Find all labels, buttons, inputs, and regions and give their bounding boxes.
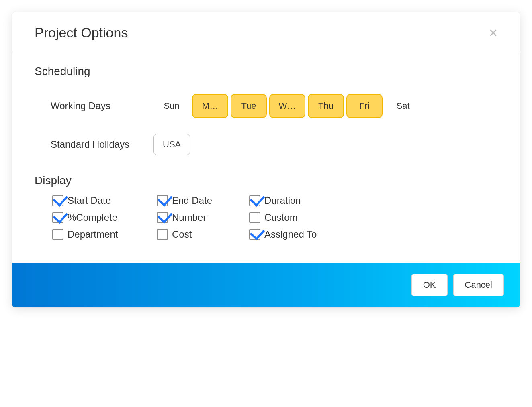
display-option-complete[interactable]: %Complete (52, 212, 157, 223)
checkbox-end-date[interactable] (157, 195, 168, 206)
checkbox-number[interactable] (157, 212, 168, 223)
working-days-toggle-group: SunM…TueW…ThuFriSat (153, 94, 421, 118)
checkbox-label-number: Number (172, 212, 206, 223)
checkbox-cost[interactable] (157, 229, 168, 240)
checkbox-label-start-date: Start Date (68, 195, 111, 206)
checkbox-label-end-date: End Date (172, 195, 212, 206)
checkbox-complete[interactable] (52, 212, 63, 223)
checkbox-label-complete: %Complete (68, 212, 117, 223)
close-icon[interactable]: × (489, 26, 497, 40)
checkbox-label-custom: Custom (264, 212, 298, 223)
checkbox-department[interactable] (52, 229, 63, 240)
display-option-number[interactable]: Number (157, 212, 249, 223)
display-option-cost[interactable]: Cost (157, 229, 249, 240)
display-heading: Display (35, 174, 497, 187)
cancel-button[interactable]: Cancel (453, 274, 504, 296)
display-options-grid: Start DateEnd DateDuration%CompleteNumbe… (35, 195, 497, 240)
standard-holidays-select[interactable]: USA (153, 134, 190, 155)
display-option-end-date[interactable]: End Date (157, 195, 249, 206)
day-toggle-mon[interactable]: M… (192, 94, 228, 118)
dialog-body: Scheduling Working Days SunM…TueW…ThuFri… (12, 52, 520, 263)
working-days-label: Working Days (51, 100, 153, 112)
checkbox-assigned-to[interactable] (249, 229, 260, 240)
display-option-assigned-to[interactable]: Assigned To (249, 229, 354, 240)
day-toggle-sat[interactable]: Sat (385, 94, 421, 118)
checkbox-label-duration: Duration (264, 195, 301, 206)
checkbox-custom[interactable] (249, 212, 260, 223)
display-option-custom[interactable]: Custom (249, 212, 354, 223)
dialog-title: Project Options (35, 25, 128, 41)
checkbox-label-department: Department (68, 229, 118, 240)
checkbox-label-cost: Cost (172, 229, 192, 240)
ok-button[interactable]: OK (411, 274, 448, 296)
checkbox-duration[interactable] (249, 195, 260, 206)
day-toggle-thu[interactable]: Thu (308, 94, 344, 118)
checkbox-label-assigned-to: Assigned To (264, 229, 317, 240)
day-toggle-sun[interactable]: Sun (153, 94, 190, 118)
day-toggle-wed[interactable]: W… (269, 94, 305, 118)
working-days-row: Working Days SunM…TueW…ThuFriSat (35, 94, 497, 118)
standard-holidays-row: Standard Holidays USA (35, 134, 497, 155)
display-option-start-date[interactable]: Start Date (52, 195, 157, 206)
checkbox-start-date[interactable] (52, 195, 63, 206)
day-toggle-fri[interactable]: Fri (346, 94, 383, 118)
day-toggle-tue[interactable]: Tue (231, 94, 267, 118)
dialog-header: Project Options × (12, 12, 520, 52)
project-options-dialog: Project Options × Scheduling Working Day… (12, 12, 520, 307)
display-option-department[interactable]: Department (52, 229, 157, 240)
dialog-footer: OK Cancel (12, 263, 520, 307)
scheduling-heading: Scheduling (35, 65, 497, 78)
standard-holidays-label: Standard Holidays (51, 139, 153, 150)
display-option-duration[interactable]: Duration (249, 195, 354, 206)
